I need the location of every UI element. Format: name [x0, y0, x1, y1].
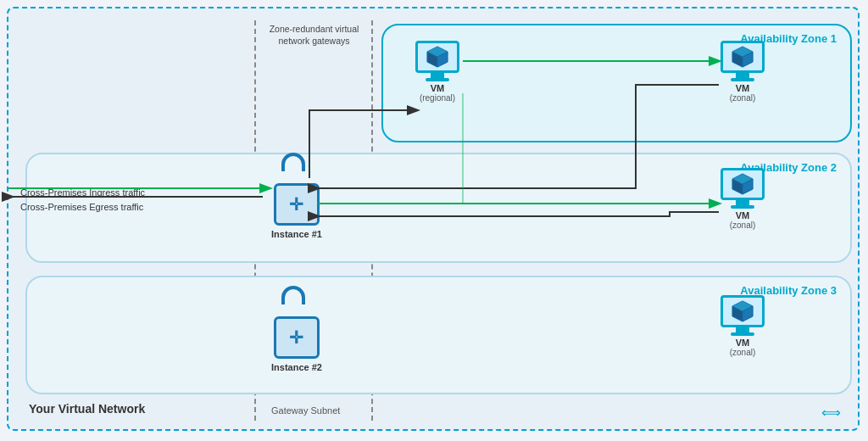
monitor-body-zone3 — [721, 295, 765, 327]
lock-body-2: ✛ — [274, 316, 320, 359]
virtual-network-label: Your Virtual Network — [29, 402, 145, 416]
monitor-body-zone2 — [721, 168, 765, 200]
instance2-label: Instance #2 — [271, 362, 322, 372]
vm-zone3-sublabel: (zonal) — [730, 348, 756, 357]
cube-icon-zone3 — [731, 299, 754, 323]
lock-body-1: ✛ — [274, 183, 320, 226]
vm-zone3-label: VM — [736, 338, 750, 348]
nav-dots[interactable]: ⟺ — [821, 405, 841, 421]
cube-icon-zone1 — [731, 45, 754, 69]
lock-shackle-2 — [281, 286, 305, 304]
monitor-base-regional — [426, 78, 449, 81]
lock-arrows-2: ✛ — [289, 329, 303, 346]
vm-zone1-sublabel: (zonal) — [730, 93, 756, 103]
instance2-icon: ✛ Instance #2 — [271, 301, 322, 372]
monitor-body-regional — [415, 41, 459, 73]
vm-zone1-label: VM — [736, 83, 750, 93]
vm-zone2-label: VM — [736, 210, 750, 220]
virtual-network-border: Your Virtual Network Gateway Subnet Zone… — [7, 7, 860, 431]
vm-zone2: VM (zonal) — [721, 168, 765, 230]
vm-regional-sublabel: (regional) — [420, 93, 455, 103]
vm-zone2-sublabel: (zonal) — [730, 220, 756, 230]
lock-arrows-1: ✛ — [289, 196, 303, 213]
lock-shackle-1 — [281, 153, 305, 171]
vm-regional: VM (regional) — [415, 41, 459, 103]
instance1-label: Instance #1 — [271, 229, 322, 239]
instance1-icon: ✛ Instance #1 — [271, 168, 322, 239]
monitor-base-zone1 — [731, 78, 754, 81]
monitor-base-zone3 — [731, 332, 754, 336]
cube-icon-regional — [426, 45, 449, 69]
ingress-traffic-label: Cross-Premises Ingress traffic — [20, 187, 145, 198]
monitor-base-zone2 — [731, 205, 754, 209]
vm-zone1: VM (zonal) — [721, 41, 765, 103]
vm-regional-label: VM — [431, 83, 445, 93]
monitor-body-zone1 — [721, 41, 765, 73]
cube-icon-zone2 — [731, 172, 754, 196]
vm-zone3: VM (zonal) — [721, 295, 765, 357]
zone-redundant-label: Zone-redundant virtual network gateways — [261, 24, 367, 47]
egress-traffic-label: Cross-Premises Egress traffic — [20, 202, 143, 212]
